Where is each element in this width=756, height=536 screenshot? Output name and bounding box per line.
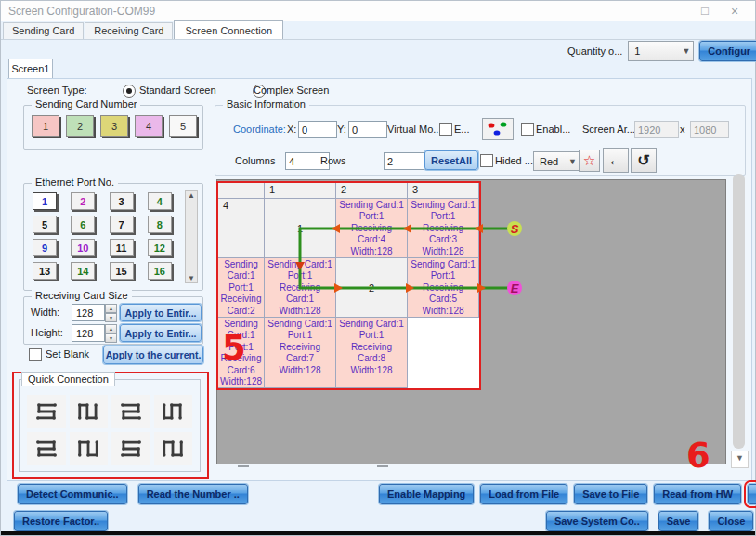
ethernet-port-6[interactable]: 6 [71, 216, 95, 233]
ethernet-port-scrollbar[interactable]: ▲ ▼ [185, 190, 198, 283]
hided-checkbox[interactable] [480, 154, 493, 167]
scroll-down-icon[interactable]: ▼ [186, 274, 197, 282]
grid-col-header-4: 4 [218, 199, 265, 258]
save-button[interactable]: Save [658, 511, 699, 531]
width-value[interactable]: 128 [72, 304, 105, 321]
close-button[interactable]: Close [709, 511, 753, 531]
width-down-icon[interactable]: ▼ [105, 313, 117, 322]
height-value[interactable]: 128 [72, 324, 105, 342]
quick-pattern-rows-from-top-right[interactable] [27, 395, 66, 428]
quick-pattern-cols-right-start[interactable] [70, 432, 109, 465]
quick-pattern-cols-down-up[interactable] [154, 395, 193, 428]
scroll-up-icon[interactable]: ▲ [186, 191, 197, 200]
width-spinner[interactable]: 128 ▲▼ [72, 304, 117, 321]
ethernet-port-15[interactable]: 15 [110, 262, 134, 280]
grid-cell-r1-c4[interactable]: Sending Card:1Port:1ReceivingCard:1Width… [265, 258, 336, 318]
ethernet-port-5[interactable]: 5 [33, 216, 57, 233]
tab-sending-card[interactable]: Sending Card [3, 22, 84, 39]
grid-cell-line: Sending Card:1 [265, 319, 335, 330]
sending-card-2[interactable]: 2 [66, 115, 94, 137]
quick-pattern-rows-from-bottom-right[interactable] [27, 432, 66, 465]
grid-cell-r2-c3[interactable]: Sending Card:1Port:1ReceivingCard:7Width… [265, 318, 336, 388]
undo-icon[interactable]: ↺ [631, 148, 657, 173]
configure-button[interactable]: Configur [699, 41, 756, 61]
detect-communic-button[interactable]: Detect Communic.. [18, 484, 127, 504]
quick-pattern-cols-left-start[interactable] [154, 432, 193, 465]
standard-screen-radio[interactable] [123, 85, 136, 98]
read-the-number-button[interactable]: Read the Number .. [138, 484, 248, 504]
quick-connection-title: Quick Connection [21, 372, 115, 386]
ethernet-port-1[interactable]: 1 [33, 192, 57, 210]
led-rgb-dots-icon [482, 118, 514, 140]
sending-card-4[interactable]: 4 [135, 115, 163, 137]
main-tab-bar: Sending CardReceiving CardScreen Connect… [3, 21, 284, 39]
height-down-icon[interactable]: ▼ [105, 333, 117, 343]
back-arrow-icon[interactable]: ← [603, 148, 629, 173]
grid-cell-r2-c4[interactable]: Sending Card:1Port:1ReceivingCard:8Width… [336, 318, 408, 388]
bottom-buttons-left-row2: Restore Factor.. [14, 511, 108, 531]
read-from-hw-button[interactable]: Read from HW [654, 484, 741, 504]
favorite-star-icon[interactable]: ☆ [579, 150, 600, 172]
grid-cell-r2-c1[interactable]: Sending Card:1Port:1ReceivingCard:5Width… [408, 258, 479, 318]
width-up-icon[interactable]: ▲ [105, 304, 117, 313]
wire-color-select[interactable]: Red ▼ [533, 151, 580, 171]
screen-configuration-window: Screen Configuration-COM99 □ × Sending C… [0, 0, 756, 536]
grid-cell-line: Sending Card:1 [408, 200, 478, 211]
bottom-buttons-right-row1: Enable MappingLoad from FileSave to File… [379, 484, 756, 504]
ethernet-port-4[interactable]: 4 [148, 192, 172, 210]
ethernet-port-14[interactable]: 14 [71, 262, 95, 280]
sending-card-1[interactable]: 1 [32, 115, 59, 137]
ethernet-port-11[interactable]: 11 [110, 239, 134, 256]
send-to-hw-button[interactable]: Send to HW [748, 484, 756, 504]
apply-height-button[interactable]: Apply to Entir... [120, 324, 202, 342]
close-icon[interactable]: × [725, 3, 744, 20]
apply-width-button[interactable]: Apply to Entir... [120, 304, 202, 321]
canvas-vertical-scrollbar[interactable] [733, 174, 745, 449]
quantity-select[interactable]: 1 ▼ [628, 41, 694, 61]
reset-all-button[interactable]: ResetAll [424, 150, 478, 170]
enable-virtual-checkbox[interactable] [439, 123, 452, 136]
scroll-down-icon[interactable]: ▼ [731, 451, 749, 468]
height-spinner[interactable]: 128 ▲▼ [72, 324, 117, 342]
quick-pattern-rows-from-bottom-left[interactable] [111, 432, 150, 465]
enable-mapping-button[interactable]: Enable Mapping [379, 484, 474, 504]
tab-receiving-card[interactable]: Receiving Card [85, 22, 173, 39]
ethernet-port-7[interactable]: 7 [110, 216, 134, 233]
ethernet-port-3[interactable]: 3 [110, 192, 134, 210]
set-blank-checkbox[interactable] [29, 348, 42, 361]
load-from-file-button[interactable]: Load from File [480, 484, 567, 504]
ethernet-port-10[interactable]: 10 [71, 239, 95, 256]
grid-cell-r1-c1[interactable]: Sending Card:1Port:1ReceivingCard:4Width… [336, 199, 408, 258]
grid-cell-line: Card:7 [265, 353, 335, 364]
grid-cell-line: Sending Card:1 [218, 259, 264, 282]
grid-col-header-2: 2 [336, 183, 408, 199]
apply-to-current-button[interactable]: Apply to the current. [103, 346, 203, 364]
restore-factor-button[interactable]: Restore Factor.. [14, 511, 108, 531]
ethernet-port-2[interactable]: 2 [71, 192, 95, 210]
ethernet-port-8[interactable]: 8 [148, 216, 172, 233]
height-up-icon[interactable]: ▲ [105, 324, 117, 333]
save-system-co-button[interactable]: Save System Co.. [546, 511, 648, 531]
sending-card-3[interactable]: 3 [100, 115, 128, 137]
tab-screen1[interactable]: Screen1 [8, 59, 53, 79]
grid-cell-r1-c3[interactable]: Sending Card:1Port:1ReceivingCard:2Width… [218, 258, 265, 318]
y-input[interactable]: 0 [348, 121, 387, 138]
height-label: Height: [31, 327, 63, 338]
ethernet-port-12[interactable]: 12 [148, 239, 172, 256]
grid-cell-line: Card:2 [218, 306, 264, 317]
ethernet-port-9[interactable]: 9 [33, 239, 57, 256]
ethernet-port-group: Ethernet Port No. 1234567891011121314151… [23, 183, 203, 291]
quick-pattern-cols-up-down[interactable] [70, 395, 109, 428]
ethernet-port-16[interactable]: 16 [148, 262, 172, 280]
save-to-file-button[interactable]: Save to File [574, 484, 647, 504]
maximize-icon[interactable]: □ [696, 3, 714, 20]
tab-screen-connection[interactable]: Screen Connection [174, 20, 283, 40]
quick-pattern-rows-from-top-left[interactable] [111, 395, 150, 428]
ethernet-port-13[interactable]: 13 [33, 262, 57, 280]
grid-cell-line: Port:1 [265, 270, 335, 281]
enable-mapping-checkbox[interactable] [521, 123, 534, 136]
rows-input[interactable]: 2 [384, 152, 426, 170]
x-input[interactable]: 0 [298, 121, 337, 138]
grid-cell-r1-c2[interactable]: Sending Card:1Port:1ReceivingCard:3Width… [408, 199, 479, 258]
sending-card-5[interactable]: 5 [169, 115, 197, 137]
